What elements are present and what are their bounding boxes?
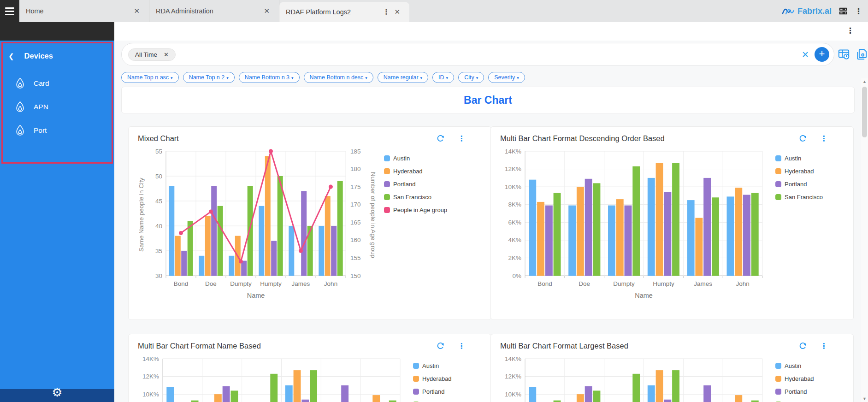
chevron-down-icon: ▾ — [365, 76, 367, 80]
legend-label: Hyderabad — [422, 375, 452, 382]
chart-body: Same Name people in City3035404550551501… — [138, 145, 482, 302]
legend-item[interactable]: Portland — [413, 388, 461, 395]
brand-logo: Fabrix.ai — [782, 6, 832, 16]
dashboard-kebab-menu-icon[interactable]: ⋮ — [846, 26, 854, 35]
chip-label: Name Bottom n desc — [310, 74, 364, 81]
chevron-down-icon: ▾ — [226, 76, 229, 80]
legend-item[interactable]: Portland — [775, 388, 823, 395]
sidebar-item-card[interactable]: Card — [3, 71, 112, 95]
legend-swatch — [775, 389, 781, 395]
legend-swatch — [775, 376, 781, 382]
scrollbar-thumb[interactable] — [862, 87, 867, 137]
scroll-up-icon[interactable]: ▲ — [861, 78, 868, 85]
chip-label: Severity — [494, 74, 515, 81]
collapse-chevron-left-icon[interactable]: ❮ — [8, 52, 14, 60]
legend-swatch — [413, 363, 419, 369]
svg-text:John: John — [736, 280, 749, 287]
legend-label: San Francisco — [785, 194, 823, 201]
svg-text:Humpty: Humpty — [260, 280, 282, 287]
flame-icon — [14, 77, 26, 89]
filter-row: All Time ✕ ✕ + — [121, 43, 868, 67]
page-title-card: Bar Chart — [121, 87, 855, 113]
refresh-icon[interactable] — [436, 342, 445, 350]
chart-title: Multi Bar Chart Format Largest Based — [500, 342, 628, 350]
add-filter-button[interactable]: + — [815, 47, 829, 62]
legend-item[interactable]: Austin — [413, 362, 461, 369]
svg-text:12K%: 12K% — [142, 373, 159, 380]
sidebar-item-port[interactable]: Port — [3, 118, 112, 142]
chart-legend: AustinHyderabadPortlandSan FranciscoPeop… — [384, 155, 447, 302]
report-schedule-icon[interactable] — [838, 48, 850, 60]
legend-swatch — [413, 376, 419, 382]
browser-kebab-menu-icon[interactable]: ⋮ — [855, 6, 862, 16]
legend-item[interactable]: Hyderabad — [413, 375, 461, 382]
browser-tab-rda-administration[interactable]: RDA Administration✕ — [149, 0, 279, 22]
chart-card-0: Mixed Chart⋮Same Name people in City3035… — [128, 126, 491, 320]
legend-item[interactable]: San Francisco — [775, 194, 823, 201]
browser-tab-rdaf-platform-logs2[interactable]: RDAF Platform Logs2⋮✕ — [279, 2, 409, 22]
svg-text:180: 180 — [350, 166, 361, 172]
chart-body: 0%2K%4K%6K%8K%10K%12K%14K%BondDoeDumptyH… — [500, 352, 844, 402]
chart-card-head: Multi Bar Chart Format Largest Based⋮ — [500, 342, 844, 350]
tab-close-icon[interactable]: ✕ — [131, 6, 142, 16]
legend-label: Austin — [393, 155, 410, 162]
legend-item[interactable]: Portland — [384, 181, 447, 188]
time-filter-chip[interactable]: All Time ✕ — [128, 48, 176, 61]
screen: Home✕RDA Administration✕RDAF Platform Lo… — [0, 0, 868, 402]
svg-text:Dumpty: Dumpty — [613, 280, 635, 287]
server-stack-icon[interactable] — [838, 6, 848, 16]
svg-text:Name: Name — [247, 292, 265, 299]
hamburger-menu-icon[interactable] — [0, 0, 19, 22]
sidebar-items: CardAPNPort — [3, 71, 112, 142]
tab-close-icon[interactable]: ✕ — [391, 7, 403, 17]
chart-kebab-menu-icon[interactable]: ⋮ — [458, 134, 465, 143]
filter-chip-name-top-n-2[interactable]: Name Top n 2▾ — [183, 72, 235, 83]
vertical-scrollbar[interactable]: ▲ ▼ — [861, 78, 868, 402]
svg-text:35: 35 — [155, 248, 162, 254]
legend-item[interactable]: Austin — [775, 155, 823, 162]
filter-chip-name-regular[interactable]: Name regular▾ — [378, 72, 428, 83]
refresh-icon[interactable] — [798, 342, 807, 350]
scroll-down-icon[interactable]: ▼ — [861, 396, 868, 402]
filter-chip-name-bottom-n-3[interactable]: Name Bottom n 3▾ — [239, 72, 300, 83]
refresh-icon[interactable] — [798, 134, 807, 143]
chart-kebab-menu-icon[interactable]: ⋮ — [820, 342, 827, 350]
legend-item[interactable]: Portland — [775, 181, 823, 188]
refresh-icon[interactable] — [436, 134, 445, 143]
legend-item[interactable]: Austin — [384, 155, 447, 162]
legend-label: Austin — [422, 362, 439, 369]
settings-gear-icon[interactable]: ⚙ — [52, 385, 62, 399]
legend-item[interactable]: Hyderabad — [775, 375, 823, 382]
clear-filters-icon[interactable]: ✕ — [802, 49, 809, 60]
time-filter-remove-icon[interactable]: ✕ — [164, 51, 169, 58]
legend-label: Hyderabad — [785, 375, 814, 382]
filter-chip-id[interactable]: ID▾ — [432, 72, 454, 83]
chart-kebab-menu-icon[interactable]: ⋮ — [458, 342, 465, 350]
svg-text:0%: 0% — [512, 272, 521, 279]
svg-text:Dumpty: Dumpty — [230, 280, 252, 287]
legend-item[interactable]: People in Age group — [384, 207, 447, 213]
filter-chip-name-top-n-asc[interactable]: Name Top n asc▾ — [121, 72, 179, 83]
filter-chip-name-bottom-n-desc[interactable]: Name Bottom n desc▾ — [304, 72, 373, 83]
legend-item[interactable]: Hyderabad — [384, 168, 447, 175]
chart-legend: AustinHyderabadPortlandSan Francisco — [413, 362, 461, 402]
tab-close-icon[interactable]: ✕ — [261, 6, 272, 16]
sidebar-item-apn[interactable]: APN — [3, 95, 112, 118]
tab-label: RDAF Platform Logs2 — [286, 8, 381, 16]
tab-kebab-icon[interactable]: ⋮ — [381, 7, 391, 17]
legend-label: Portland — [785, 181, 807, 188]
filter-input-box[interactable]: All Time ✕ ✕ + — [121, 43, 834, 66]
chart-legend: AustinHyderabadPortlandSan Francisco — [775, 362, 823, 402]
legend-item[interactable]: Austin — [775, 362, 823, 369]
filter-chip-severity[interactable]: Severity▾ — [488, 72, 525, 83]
legend-item[interactable]: Hyderabad — [775, 168, 823, 175]
topbar-right: Fabrix.ai ⋮ — [782, 0, 868, 22]
browser-tab-home[interactable]: Home✕ — [19, 0, 149, 22]
sidebar-title: Devices — [24, 52, 53, 60]
legend-item[interactable]: San Francisco — [384, 194, 447, 201]
save-view-icon[interactable] — [856, 48, 868, 60]
chart-kebab-menu-icon[interactable]: ⋮ — [820, 134, 827, 143]
filter-chip-city[interactable]: City▾ — [458, 72, 484, 83]
page-title: Bar Chart — [464, 94, 512, 106]
tab-label: Home — [26, 7, 131, 15]
